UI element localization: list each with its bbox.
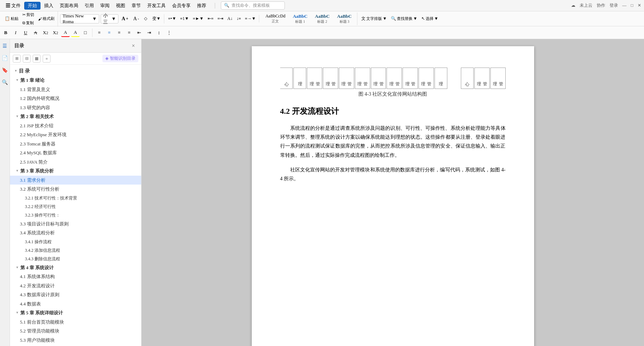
nav-icon-page[interactable]: 📄 — [1, 54, 9, 62]
font-increase-button[interactable]: A+ — [120, 15, 130, 23]
increase-indent-btn[interactable]: ⇥ — [145, 28, 153, 37]
font-decrease-button[interactable]: A- — [132, 15, 141, 23]
toc-view-all-button[interactable]: ▦ — [33, 55, 41, 63]
decrease-indent-btn[interactable]: ⇤ — [135, 28, 143, 37]
toc-item[interactable]: 4.3 数据库设计原则 — [10, 290, 141, 299]
menu-start[interactable]: 开始 — [24, 2, 41, 10]
toc-item[interactable]: 3.3 项目设计目标与原则 — [10, 219, 141, 229]
toc-item[interactable]: ▼第 1 章 绪论 — [10, 76, 141, 85]
font-name-dropdown[interactable]: Times New Roma ▼ — [60, 14, 99, 23]
login-label[interactable]: 登录 — [610, 2, 618, 9]
style-normal[interactable]: AaBbCcDd 正文 — [262, 12, 288, 25]
toc-item[interactable]: ▼第 2 章 相关技术 — [10, 112, 141, 121]
justify-button[interactable]: ≡ — [125, 28, 133, 37]
menu-devtools[interactable]: 开发工具 — [144, 2, 169, 10]
toc-item[interactable]: 3.1 需求分析 — [10, 176, 141, 185]
toc-item[interactable]: 4.4 数据表 — [10, 299, 141, 309]
toc-item[interactable]: 1.3 研究的内容 — [10, 103, 141, 112]
copy-button[interactable]: ⧉ 复制 — [21, 19, 36, 27]
font-transform-button[interactable]: 变▼ — [150, 15, 163, 23]
toc-item[interactable]: 3.2 系统可行性分析 — [10, 185, 141, 194]
toc-item[interactable]: 1.2 国内外研究概况 — [10, 94, 141, 103]
toc-item[interactable]: 3.2.2 经济可行性 — [10, 202, 141, 211]
find-replace-button[interactable]: 🔍 查找替换 ▼ — [389, 15, 419, 22]
menu-insert[interactable]: 插入 — [41, 2, 56, 10]
style-heading3[interactable]: AaBbC 标题 3 — [334, 12, 355, 25]
ai-toc-button[interactable]: ◈ 智能识别目录 — [102, 55, 138, 62]
bold-button[interactable]: B — [1, 28, 10, 37]
toc-item[interactable]: 4.2 开发流程设计 — [10, 281, 141, 291]
collaborate-label[interactable]: 协作 — [597, 2, 605, 9]
toc-item[interactable]: 2.4 MySQL 数据库 — [10, 148, 141, 158]
nav-icon-toc[interactable]: ☰ — [1, 42, 9, 50]
toc-list-button[interactable]: ≡ — [43, 55, 50, 63]
toc-item[interactable]: ▼目 录 — [10, 66, 141, 76]
window-close[interactable]: ✕ — [638, 3, 641, 8]
superscript-button[interactable]: X2 — [41, 28, 50, 37]
toc-item[interactable]: 2.2 MyEclipse 开发环境 — [10, 130, 141, 139]
toc-item[interactable]: 3.2.3 操作可行性： — [10, 211, 141, 219]
columns-button[interactable]: ≡→▼ — [243, 15, 258, 22]
window-maximize[interactable]: □ — [631, 3, 633, 8]
toc-expand-all-button[interactable]: ⊞ — [13, 55, 21, 63]
select-button[interactable]: ↖ 选择 ▼ — [420, 15, 440, 22]
text-border-button[interactable]: □ — [81, 28, 90, 37]
toc-item[interactable]: 5.1 前台首页功能模块 — [10, 318, 141, 327]
align-right-button[interactable]: ≡ — [115, 28, 123, 37]
paste-button[interactable]: 📋 粘贴 — [3, 15, 20, 22]
toc-item[interactable]: 2.1 JSP 技术介绍 — [10, 121, 141, 131]
style-heading2[interactable]: AaBbC 标题 2 — [312, 12, 333, 25]
increase-indent-button[interactable]: ≡⇥ — [216, 15, 225, 22]
outline-list-button[interactable]: ≡►▼ — [191, 15, 206, 22]
toc-item[interactable]: 4.1 系统体系结构 — [10, 272, 141, 281]
toc-item[interactable]: 3.4.1 操作流程 — [10, 238, 141, 246]
bullet-list-button[interactable]: ≡•▼ — [166, 15, 178, 22]
toc-item[interactable]: ▼第 6 章 系统测试 — [10, 345, 141, 346]
toc-item[interactable]: ▼第 4 章 系统设计 — [10, 263, 141, 272]
toc-item[interactable]: ▼第 5 章 系统详细设计 — [10, 308, 141, 318]
toc-item[interactable]: 2.3 Tomcat 服务器 — [10, 139, 141, 149]
align-center-button[interactable]: ≡ — [105, 28, 113, 37]
menu-view[interactable]: 视图 — [113, 2, 128, 10]
decrease-indent-button[interactable]: ⇤≡ — [206, 15, 215, 22]
toc-item[interactable]: 3.2.1 技术可行性：技术背景 — [10, 194, 141, 202]
toc-item[interactable]: 5.3 用户功能模块 — [10, 336, 141, 345]
more-format-button[interactable]: ⋮ — [165, 28, 173, 37]
toc-item[interactable]: 3.4 系统流程分析 — [10, 228, 141, 238]
menu-recommend[interactable]: 推荐 — [194, 2, 209, 10]
search-box[interactable]: 🔍 查找命令、搜索模板 — [221, 1, 285, 10]
toc-item[interactable]: 3.4.2 添加信息流程 — [10, 246, 141, 255]
italic-button[interactable]: I — [11, 28, 20, 37]
line-spacing-button[interactable]: ↕ — [155, 28, 163, 37]
nav-icon-bookmark[interactable]: 🔖 — [1, 66, 9, 74]
toc-collapse-all-button[interactable]: ⊟ — [23, 55, 31, 63]
nav-icon-search[interactable]: 🔍 — [1, 78, 9, 86]
font-color-button[interactable]: A — [61, 28, 70, 37]
toc-item[interactable]: 1.1 背景及意义 — [10, 85, 141, 94]
toc-item[interactable]: ▼第 3 章 系统分析 — [10, 166, 141, 176]
menu-page-layout[interactable]: 页面布局 — [57, 2, 81, 10]
cut-button[interactable]: ✂ 剪切 — [21, 11, 36, 18]
underline-button[interactable]: U — [21, 28, 30, 37]
format-painter-button[interactable]: 🖌 格式刷 — [36, 15, 56, 22]
menu-review[interactable]: 审阅 — [97, 2, 112, 10]
sort-button[interactable]: A↓ — [225, 15, 234, 22]
style-heading1[interactable]: AaBbC 标题 1 — [289, 12, 310, 25]
font-size-dropdown[interactable]: 小三 ▼ — [101, 14, 118, 23]
border-shading-button[interactable]: ↓≡ — [235, 15, 243, 22]
menu-chapter[interactable]: 章节 — [129, 2, 144, 10]
numbered-list-button[interactable]: ≡1▼ — [179, 15, 191, 22]
align-left-button[interactable]: ≡ — [95, 28, 103, 37]
menu-file[interactable]: ☰ 文件 — [3, 2, 23, 10]
not-synced-label[interactable]: 未上云 — [580, 2, 592, 9]
toc-item[interactable]: 5.2 管理员功能模块 — [10, 326, 141, 336]
toc-item[interactable]: 3.4.3 删除信息流程 — [10, 255, 141, 263]
window-minimize[interactable]: — — [622, 3, 627, 8]
toc-item[interactable]: 2.5 JAVA 简介 — [10, 158, 141, 167]
menu-vip[interactable]: 会员专享 — [169, 2, 193, 10]
font-clear-button[interactable]: ◇ — [142, 15, 149, 22]
toc-close-button[interactable]: × — [130, 42, 137, 49]
highlight-button[interactable]: A — [71, 28, 80, 37]
menu-reference[interactable]: 引用 — [82, 2, 97, 10]
text-arrange-button[interactable]: 文 文字排版 ▼ — [360, 15, 389, 23]
